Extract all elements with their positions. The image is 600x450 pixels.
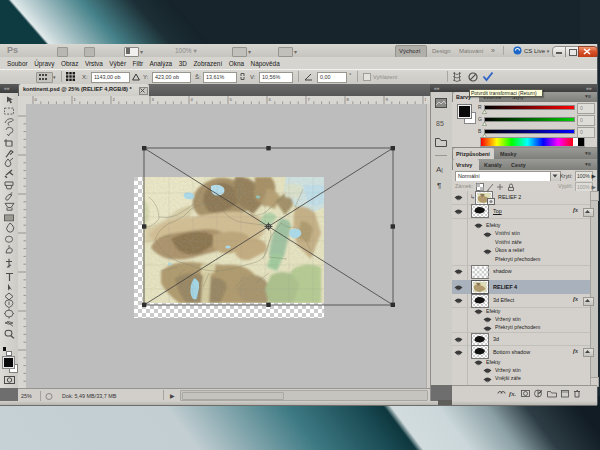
svg-text:2: 2 [113, 97, 116, 102]
svg-text:¶: ¶ [437, 181, 441, 190]
svg-text:5: 5 [230, 97, 233, 102]
svg-text:10: 10 [425, 97, 427, 102]
svg-text:0: 0 [35, 97, 38, 102]
svg-text:1: 1 [74, 97, 77, 102]
svg-text:3: 3 [152, 97, 155, 102]
svg-text:4: 4 [191, 97, 194, 102]
svg-text:fx.: fx. [509, 390, 516, 397]
svg-text:6: 6 [269, 97, 272, 102]
svg-text:9: 9 [386, 97, 389, 102]
svg-text:85: 85 [436, 120, 444, 127]
svg-text:A|: A| [436, 165, 443, 174]
svg-text:7: 7 [308, 97, 311, 102]
svg-text:8: 8 [347, 97, 350, 102]
